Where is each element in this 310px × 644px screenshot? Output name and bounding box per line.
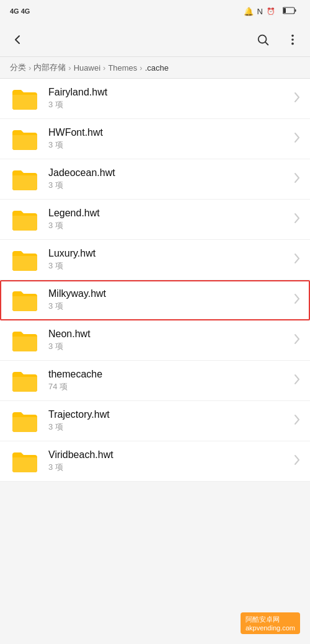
file-name-6: Neon.hwt <box>48 329 289 340</box>
file-meta-5: 3 项 <box>48 301 289 312</box>
file-meta-9: 3 项 <box>48 462 289 473</box>
file-meta-4: 3 项 <box>48 260 289 271</box>
file-info-8: Trajectory.hwt3 项 <box>48 409 289 433</box>
file-meta-3: 3 项 <box>48 220 289 231</box>
breadcrumb-sep-2: › <box>68 63 71 73</box>
breadcrumb-item-storage[interactable]: 内部存储 <box>33 62 66 73</box>
chevron-right-icon-8 <box>294 414 300 428</box>
file-name-4: Luxury.hwt <box>48 248 289 259</box>
breadcrumb-sep-1: › <box>29 63 31 73</box>
file-item-9[interactable]: Viridbeach.hwt3 项 <box>0 441 310 482</box>
breadcrumb-item-cache[interactable]: .cache <box>145 63 169 73</box>
file-name-2: Jadeocean.hwt <box>48 167 289 179</box>
file-name-0: Fairyland.hwt <box>48 87 289 98</box>
file-item-6[interactable]: Neon.hwt3 项 <box>0 320 310 361</box>
file-name-8: Trajectory.hwt <box>48 409 289 420</box>
file-name-7: themecache <box>48 369 289 380</box>
status-right: 🔔 N ⏰ <box>244 7 300 16</box>
folder-icon-0 <box>10 86 40 111</box>
file-meta-7: 74 项 <box>48 381 289 392</box>
breadcrumb-item-fenlei[interactable]: 分类 <box>10 62 26 73</box>
status-bar: 4G 4G 🔔 N ⏰ <box>0 0 310 22</box>
back-button[interactable] <box>5 27 30 52</box>
breadcrumb-item-themes[interactable]: Themes <box>108 63 137 73</box>
file-info-7: themecache74 项 <box>48 369 289 392</box>
folder-icon-8 <box>10 408 40 433</box>
file-info-3: Legend.hwt3 项 <box>48 208 289 231</box>
file-info-6: Neon.hwt3 项 <box>48 329 289 352</box>
file-item-5[interactable]: Milkyway.hwt3 项 <box>0 280 310 320</box>
file-meta-6: 3 项 <box>48 341 289 352</box>
file-info-4: Luxury.hwt3 项 <box>48 248 289 271</box>
folder-icon-7 <box>10 368 40 393</box>
breadcrumb-sep-3: › <box>103 63 105 73</box>
chevron-right-icon-5 <box>294 293 300 307</box>
chevron-right-icon-4 <box>294 253 300 267</box>
file-item-8[interactable]: Trajectory.hwt3 项 <box>0 401 310 441</box>
breadcrumb-sep-4: › <box>140 63 142 73</box>
file-item-3[interactable]: Legend.hwt3 项 <box>0 200 310 240</box>
file-item-0[interactable]: Fairyland.hwt3 项 <box>0 79 310 119</box>
watermark: 阿酷安卓网akpvending.com <box>241 612 300 634</box>
file-info-5: Milkyway.hwt3 项 <box>48 288 289 312</box>
nav-actions <box>250 27 305 52</box>
folder-icon-3 <box>10 207 40 232</box>
clock-icon: ⏰ <box>267 7 275 15</box>
folder-icon-1 <box>10 126 40 151</box>
file-meta-1: 3 项 <box>48 139 289 151</box>
svg-point-6 <box>291 42 294 45</box>
breadcrumb-item-huawei[interactable]: Huawei <box>74 63 100 73</box>
svg-point-5 <box>291 38 294 41</box>
file-meta-8: 3 项 <box>48 421 289 433</box>
svg-rect-1 <box>295 9 296 12</box>
chevron-right-icon-9 <box>294 454 300 469</box>
file-info-1: HWFont.hwt3 项 <box>48 127 289 151</box>
chevron-right-icon-3 <box>294 213 300 227</box>
notification-icon: N <box>257 7 263 16</box>
file-info-2: Jadeocean.hwt3 项 <box>48 167 289 191</box>
chevron-right-icon-6 <box>294 333 300 348</box>
folder-icon-4 <box>10 247 40 272</box>
breadcrumb: 分类 › 内部存储 › Huawei › Themes › .cache <box>0 57 310 79</box>
file-item-1[interactable]: HWFont.hwt3 项 <box>0 119 310 159</box>
alarm-icon: 🔔 <box>244 7 254 16</box>
search-button[interactable] <box>250 27 275 52</box>
file-info-9: Viridbeach.hwt3 项 <box>48 449 289 473</box>
svg-point-4 <box>291 34 294 37</box>
signal-indicator: 4G 4G <box>10 7 30 15</box>
chevron-right-icon-0 <box>294 92 300 106</box>
svg-rect-2 <box>283 8 286 13</box>
file-meta-0: 3 项 <box>48 99 289 110</box>
file-item-4[interactable]: Luxury.hwt3 项 <box>0 240 310 280</box>
signal-text: 4G 4G <box>10 7 30 15</box>
nav-bar <box>0 22 310 57</box>
file-name-1: HWFont.hwt <box>48 127 289 138</box>
file-list: Fairyland.hwt3 项 HWFont.hwt3 项 Jadeocean… <box>0 79 310 482</box>
chevron-right-icon-1 <box>294 132 300 146</box>
folder-icon-2 <box>10 167 40 192</box>
file-item-2[interactable]: Jadeocean.hwt3 项 <box>0 159 310 200</box>
file-name-5: Milkyway.hwt <box>48 288 289 299</box>
file-item-7[interactable]: themecache74 项 <box>0 361 310 401</box>
more-options-button[interactable] <box>280 27 305 52</box>
chevron-right-icon-7 <box>294 374 300 388</box>
file-meta-2: 3 项 <box>48 180 289 191</box>
file-name-3: Legend.hwt <box>48 208 289 219</box>
chevron-right-icon-2 <box>294 172 300 187</box>
folder-icon-6 <box>10 328 40 353</box>
file-info-0: Fairyland.hwt3 项 <box>48 87 289 110</box>
file-name-9: Viridbeach.hwt <box>48 449 289 461</box>
folder-icon-5 <box>10 288 40 312</box>
folder-icon-9 <box>10 449 40 474</box>
battery-icon <box>283 7 296 15</box>
